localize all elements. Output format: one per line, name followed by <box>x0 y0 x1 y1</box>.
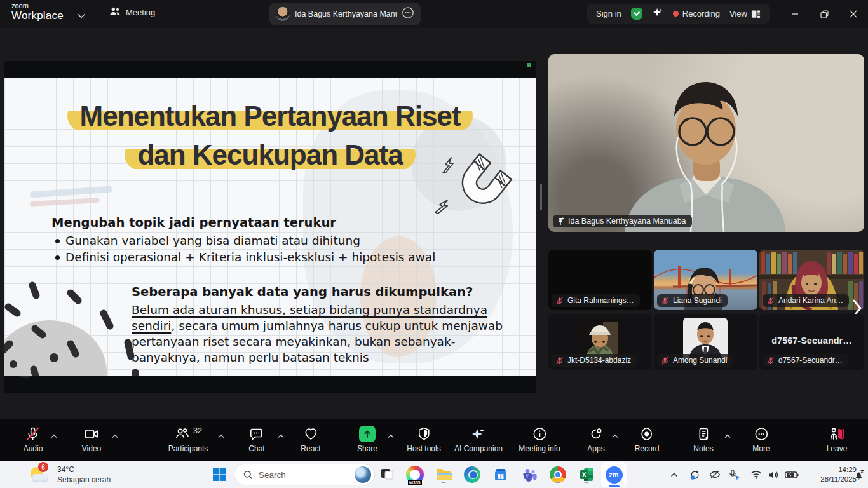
participant-video-liana[interactable]: Liana Sugandi <box>654 250 757 310</box>
muted-mic-icon <box>661 356 669 365</box>
main-speaker-name-pill: Ida Bagus Kerthyayana Manuaba <box>553 215 692 227</box>
security-shield-icon[interactable] <box>631 8 642 20</box>
view-grid-icon <box>751 10 761 18</box>
participant-tile-name: d7567-Secuandr… <box>759 336 864 346</box>
section1-heading: Mengubah topik jadi pernyataan terukur <box>51 215 522 230</box>
notes-label: Notes <box>693 444 713 453</box>
brand-workplace: Workplace <box>11 10 64 22</box>
weather-icon: 6 <box>29 464 51 485</box>
host-tools-button[interactable]: Host tools <box>407 425 440 453</box>
tab-meeting[interactable]: Meeting <box>109 6 155 18</box>
share-active-dot <box>527 63 531 67</box>
participant-video-andari[interactable]: Andari Karina An… <box>759 250 864 310</box>
apps-options-chevron[interactable] <box>612 430 618 441</box>
close-button[interactable] <box>839 0 868 28</box>
task-view-button[interactable] <box>377 465 397 484</box>
tab-speaker-active[interactable]: Ida Bagus Kerthyayana Manuaba' <box>269 3 421 25</box>
meeting-toolbar: Audio Video 32 Participants Chat <box>0 419 868 461</box>
search-icon <box>243 470 253 480</box>
main-speaker-video[interactable]: Ida Bagus Kerthyayana Manuaba <box>548 54 864 232</box>
tray-mic-location-icon[interactable] <box>727 465 743 484</box>
section1-bullet-2: Definisi operasional + Kriteria inklusi-… <box>51 249 522 266</box>
record-button[interactable]: Record <box>635 425 660 453</box>
leave-icon <box>829 425 845 442</box>
tray-notifications-bell-icon[interactable] <box>850 465 867 484</box>
weather-widget[interactable]: 6 34°C Sebagian cerah <box>29 464 111 485</box>
participant-name: d7567-Secuandr… <box>778 356 843 365</box>
tray-volume-icon[interactable] <box>765 465 782 484</box>
meeting-info-button[interactable]: Meeting info <box>519 425 560 453</box>
tray-sync-icon[interactable] <box>686 465 703 484</box>
panel-scrollbar[interactable] <box>540 184 542 210</box>
tray-chevron-up[interactable] <box>666 465 682 484</box>
workspace-chevron-down-icon[interactable] <box>78 10 85 21</box>
zoom-app[interactable]: zm <box>601 462 627 487</box>
apps-button[interactable]: Apps <box>587 425 604 453</box>
notes-button[interactable]: Notes <box>693 425 713 453</box>
share-label: Share <box>357 444 377 453</box>
participant-video-jkt[interactable]: Jkt-D5134-abdaziz <box>548 314 652 370</box>
m365-badge: M365 <box>408 480 422 485</box>
ai-companion-button[interactable]: AI Companion <box>454 425 503 453</box>
participant-video-among[interactable]: Among Sunandi <box>654 314 757 370</box>
minimize-button[interactable] <box>780 0 810 28</box>
participant-video-d7567[interactable]: d7567-Secuandr… d7567-Secuandr… <box>759 314 864 370</box>
video-options-chevron[interactable] <box>112 430 118 441</box>
share-options-chevron[interactable] <box>388 430 394 441</box>
search-daily-image[interactable] <box>355 466 371 483</box>
clock-time: 14:29 <box>802 465 857 475</box>
share-button[interactable]: Share <box>357 425 377 453</box>
react-button[interactable]: React <box>301 425 320 453</box>
meeting-info-label: Meeting info <box>519 444 560 453</box>
participants-button[interactable]: 32 Participants <box>168 425 208 453</box>
more-button[interactable]: More <box>752 425 770 453</box>
weather-condition: Sebagian cerah <box>57 475 111 485</box>
main-speaker-name: Ida Bagus Kerthyayana Manuaba <box>568 217 686 226</box>
excel-app[interactable] <box>577 465 596 484</box>
participant-video-gita[interactable]: Gita Rahmanings… <box>548 250 652 310</box>
tray-battery-icon[interactable] <box>783 465 800 484</box>
start-button[interactable] <box>210 465 229 484</box>
tray-privacy-eye-icon[interactable] <box>707 465 723 484</box>
chat-button[interactable]: Chat <box>248 425 264 453</box>
restore-button[interactable] <box>810 0 839 28</box>
audio-button[interactable]: Audio <box>24 425 43 453</box>
info-icon <box>532 425 547 442</box>
participants-options-chevron[interactable] <box>218 430 224 441</box>
notes-options-chevron[interactable] <box>724 430 731 441</box>
active-tab-title: Ida Bagus Kerthyayana Manuaba' <box>295 10 397 18</box>
teams-app[interactable] <box>520 465 539 484</box>
microsoft-store-app[interactable] <box>491 465 510 484</box>
video-button[interactable]: Video <box>82 425 101 453</box>
chat-options-chevron[interactable] <box>278 430 284 441</box>
tab-more-icon[interactable] <box>402 6 414 22</box>
recording-indicator: Recording <box>673 9 720 18</box>
taskbar-search[interactable]: Search <box>234 464 375 485</box>
participant-name: Liana Sugandi <box>673 296 722 305</box>
brand-zoom: zoom <box>11 2 64 10</box>
zoom-meeting-window: zoom Workplace Meeting Ida Bagus Kerthya… <box>0 0 868 488</box>
slide-title-line1: Menentukan Pertanyaan Riset <box>4 100 536 132</box>
apps-icon <box>588 425 604 442</box>
participant-name-pill: d7567-Secuandr… <box>763 354 848 367</box>
ai-sparkle-icon[interactable] <box>652 7 663 20</box>
chat-label: Chat <box>248 444 264 453</box>
title-bar: zoom Workplace Meeting Ida Bagus Kerthya… <box>0 0 868 28</box>
notes-icon <box>696 425 711 442</box>
sign-in-button[interactable]: Sign in <box>596 9 621 18</box>
view-button[interactable]: View <box>729 9 761 18</box>
audio-options-chevron[interactable] <box>51 430 57 441</box>
leave-button[interactable]: Leave <box>827 425 848 453</box>
file-explorer-app[interactable] <box>434 465 453 484</box>
m365-copilot-app[interactable]: M365 <box>405 465 424 484</box>
audio-label: Audio <box>24 444 43 453</box>
view-label: View <box>729 9 747 18</box>
tray-wifi-icon[interactable] <box>748 465 764 484</box>
speaker-figure <box>548 54 864 232</box>
chrome-app[interactable] <box>548 465 567 484</box>
zoom-active-indicator <box>609 485 620 487</box>
dandelion-illustration <box>4 268 205 376</box>
search-placeholder: Search <box>259 470 349 480</box>
edge-app[interactable] <box>463 465 482 484</box>
taskbar-clock[interactable]: 14:29 28/11/2025 <box>802 465 857 484</box>
